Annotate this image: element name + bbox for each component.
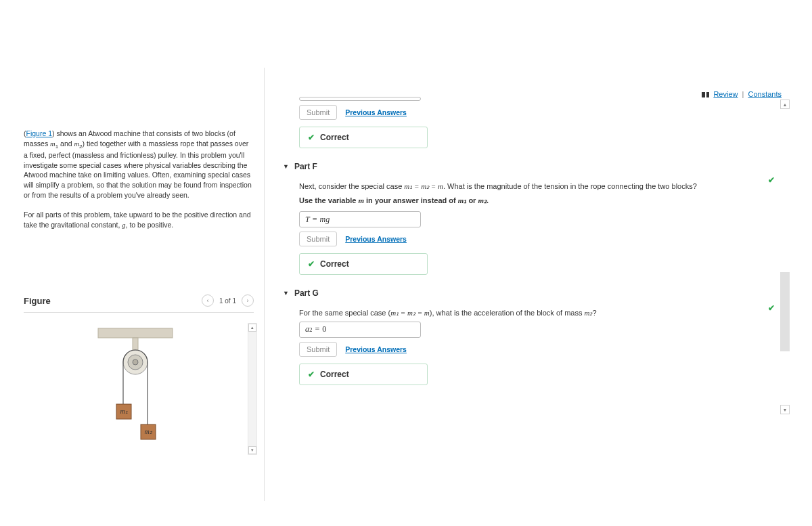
svg-point-4 xyxy=(133,359,138,365)
part-f-question: Next, consider the special case m₁ = m₂ … xyxy=(299,181,784,192)
svg-rect-0 xyxy=(98,328,173,338)
check-icon: ✔ xyxy=(308,133,315,142)
scroll-up-icon[interactable]: ▴ xyxy=(780,100,790,109)
caret-down-icon: ▼ xyxy=(283,290,289,297)
scroll-up-icon[interactable]: ▴ xyxy=(248,324,256,332)
previous-answers-link[interactable]: Previous Answers xyxy=(345,345,407,353)
right-panel: Submit Previous Answers ✔ Correct ▼ Part… xyxy=(283,97,784,415)
problem-intro: (Figure 1) shows an Atwood machine that … xyxy=(24,129,254,230)
figure-next-button[interactable]: › xyxy=(242,294,254,307)
submit-button[interactable]: Submit xyxy=(299,105,337,120)
figure-nav: ‹ 1 of 1 › xyxy=(202,294,254,307)
scrollbar-thumb[interactable] xyxy=(780,272,790,351)
scroll-down-icon[interactable]: ▾ xyxy=(248,446,256,454)
check-icon: ✔ xyxy=(768,175,775,185)
atwood-diagram: m₁ m₂ xyxy=(54,323,223,455)
figure-title: Figure xyxy=(24,296,51,306)
check-icon: ✔ xyxy=(308,259,315,269)
correct-feedback: ✔ Correct xyxy=(299,127,428,148)
scroll-down-icon[interactable]: ▾ xyxy=(780,405,790,414)
check-icon: ✔ xyxy=(768,303,775,313)
figure-image: m₁ m₂ ▴ ▾ xyxy=(24,323,254,455)
answer-box-prev-partial xyxy=(299,97,421,101)
previous-answers-link[interactable]: Previous Answers xyxy=(345,235,407,243)
left-panel: (Figure 1) shows an Atwood machine that … xyxy=(24,129,254,455)
submit-button[interactable]: Submit xyxy=(299,342,337,357)
figure-heading: Figure ‹ 1 of 1 › xyxy=(24,294,254,313)
check-icon: ✔ xyxy=(308,370,315,379)
correct-feedback: ✔ Correct xyxy=(299,253,428,275)
m2-label: m₂ xyxy=(144,428,152,435)
figure-scrollbar[interactable]: ▴ ▾ xyxy=(248,323,257,455)
part-g-answer-box: a2=0 xyxy=(299,322,421,338)
part-g-question: For the same special case (m₁ = m₂ = m),… xyxy=(299,307,784,319)
figure-prev-button[interactable]: ‹ xyxy=(202,294,214,307)
m1-label: m₁ xyxy=(120,408,127,415)
caret-down-icon: ▼ xyxy=(283,163,289,170)
part-f-instruction: Use the variable m in your answer instea… xyxy=(299,195,784,206)
figure-link[interactable]: Figure 1 xyxy=(26,129,53,137)
part-f-header[interactable]: ▼ Part F xyxy=(283,162,784,171)
part-f-answer-box: T=mg xyxy=(299,211,421,227)
part-g-header[interactable]: ▼ Part G xyxy=(283,288,784,298)
correct-feedback: ✔ Correct xyxy=(299,364,428,385)
panel-divider xyxy=(264,68,265,501)
previous-answers-link[interactable]: Previous Answers xyxy=(345,108,407,116)
submit-button[interactable]: Submit xyxy=(299,232,337,246)
figure-page-count: 1 of 1 xyxy=(219,297,236,305)
